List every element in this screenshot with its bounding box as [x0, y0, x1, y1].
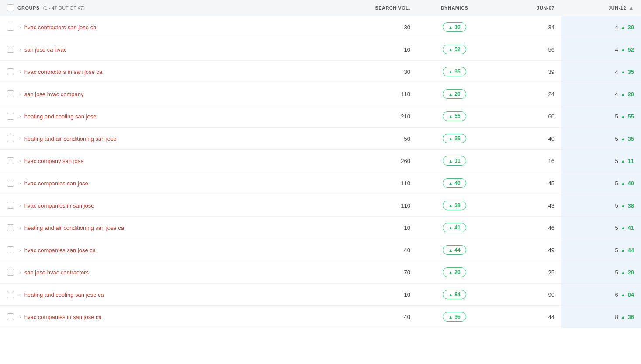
table-row: › heating and cooling san jose ca 10 ▲ 8…	[0, 284, 641, 306]
row-checkbox[interactable]	[7, 313, 14, 320]
row-checkbox[interactable]	[7, 113, 14, 120]
jun07-cell: 24	[492, 83, 561, 105]
expand-chevron[interactable]: ›	[19, 203, 21, 208]
search-vol-cell: 110	[347, 83, 417, 105]
jun07-cell: 90	[492, 284, 561, 306]
dynamics-badge: ▲ 40	[443, 178, 466, 188]
keyword-text[interactable]: san jose hvac company	[24, 91, 84, 97]
arrow-up-icon: ▲	[448, 25, 453, 30]
jun12-dynamic-value: 20	[628, 269, 634, 276]
search-vol-cell: 70	[347, 261, 417, 284]
expand-chevron[interactable]: ›	[19, 314, 21, 319]
table-header-row: GROUPS (1 - 47 OUT OF 47) SEARCH VOL. DY…	[0, 0, 641, 16]
main-table-container: GROUPS (1 - 47 OUT OF 47) SEARCH VOL. DY…	[0, 0, 641, 328]
row-checkbox[interactable]	[7, 24, 14, 31]
keyword-text[interactable]: heating and air conditioning san jose ca	[24, 225, 124, 231]
jun12-arrow-icon: ▲	[621, 69, 625, 74]
expand-chevron[interactable]: ›	[19, 69, 21, 74]
keyword-text[interactable]: san jose hvac contractors	[24, 269, 89, 276]
keyword-text[interactable]: heating and air conditioning san jose	[24, 135, 117, 142]
keyword-text[interactable]: heating and cooling san jose ca	[24, 291, 104, 298]
expand-chevron[interactable]: ›	[19, 158, 21, 163]
keyword-text[interactable]: hvac companies in san jose	[24, 202, 94, 209]
expand-chevron[interactable]: ›	[19, 136, 21, 141]
jun07-cell: 46	[492, 217, 561, 239]
table-row: › san jose ca hvac 10 ▲ 52 56 4 ▲ 52	[0, 38, 641, 61]
jun12-position: 5	[610, 135, 618, 142]
row-checkbox[interactable]	[7, 202, 14, 209]
jun12-dynamic-value: 52	[628, 46, 634, 53]
keyword-text[interactable]: hvac companies san jose ca	[24, 247, 96, 253]
dynamics-cell: ▲ 30	[417, 16, 492, 38]
expand-chevron[interactable]: ›	[19, 24, 21, 30]
row-checkbox[interactable]	[7, 157, 14, 164]
jun12-dynamic-value: 55	[628, 113, 634, 120]
dynamics-cell: ▲ 41	[417, 217, 492, 239]
jun07-column-header[interactable]: JUN-07	[492, 0, 561, 16]
select-all-checkbox[interactable]	[7, 4, 14, 11]
keyword-text[interactable]: hvac company san jose	[24, 158, 84, 164]
keyword-text[interactable]: hvac companies san jose	[24, 180, 88, 187]
jun12-column-header[interactable]: JUN-12 ▲	[561, 0, 641, 16]
searchvol-column-header[interactable]: SEARCH VOL.	[347, 0, 417, 16]
expand-chevron[interactable]: ›	[19, 270, 21, 275]
dynamics-value: 41	[454, 225, 460, 231]
dynamics-value: 36	[454, 314, 460, 320]
expand-chevron[interactable]: ›	[19, 114, 21, 119]
jun12-cell: 4 ▲ 52	[561, 38, 641, 61]
jun12-cell: 4 ▲ 35	[561, 61, 641, 83]
expand-chevron[interactable]: ›	[19, 292, 21, 297]
jun12-position: 5	[610, 158, 618, 164]
dynamics-value: 44	[454, 247, 460, 253]
jun12-position: 4	[610, 69, 618, 75]
dynamics-cell: ▲ 11	[417, 150, 492, 172]
keyword-text[interactable]: hvac companies in san jose ca	[24, 314, 102, 320]
table-row: › san jose hvac contractors 70 ▲ 20 25 5…	[0, 261, 641, 284]
jun12-dynamic-value: 35	[628, 135, 634, 142]
row-checkbox[interactable]	[7, 180, 14, 187]
jun12-cell: 5 ▲ 38	[561, 194, 641, 217]
keyword-text[interactable]: san jose ca hvac	[24, 46, 67, 53]
row-checkbox[interactable]	[7, 90, 14, 97]
dynamics-column-header[interactable]: DYNAMICS	[417, 0, 492, 16]
keyword-text[interactable]: hvac contractors in san jose ca	[24, 69, 102, 75]
jun12-cell: 5 ▲ 35	[561, 128, 641, 150]
expand-chevron[interactable]: ›	[19, 247, 21, 253]
dynamics-cell: ▲ 36	[417, 306, 492, 328]
groups-column-header: GROUPS (1 - 47 OUT OF 47)	[0, 0, 347, 16]
jun12-cell: 5 ▲ 41	[561, 217, 641, 239]
jun12-position: 5	[610, 269, 618, 276]
table-row: › heating and air conditioning san jose …	[0, 128, 641, 150]
jun12-dynamic-value: 36	[628, 314, 634, 320]
row-checkbox[interactable]	[7, 246, 14, 253]
expand-chevron[interactable]: ›	[19, 91, 21, 97]
dynamics-badge: ▲ 35	[443, 67, 466, 76]
expand-chevron[interactable]: ›	[19, 180, 21, 186]
jun07-cell: 56	[492, 38, 561, 61]
search-vol-cell: 10	[347, 284, 417, 306]
keyword-text[interactable]: hvac contractors san jose ca	[24, 24, 97, 31]
keyword-text[interactable]: heating and cooling san jose	[24, 113, 97, 120]
arrow-up-icon: ▲	[448, 225, 453, 230]
jun12-cell: 5 ▲ 44	[561, 239, 641, 261]
row-checkbox[interactable]	[7, 269, 14, 276]
jun12-arrow-icon: ▲	[621, 203, 625, 208]
jun12-position: 5	[610, 225, 618, 231]
row-checkbox[interactable]	[7, 291, 14, 298]
row-checkbox[interactable]	[7, 224, 14, 231]
search-vol-cell: 260	[347, 150, 417, 172]
table-row: › hvac company san jose 260 ▲ 11 16 5 ▲ …	[0, 150, 641, 172]
jun12-cell: 5 ▲ 11	[561, 150, 641, 172]
row-checkbox[interactable]	[7, 135, 14, 142]
jun12-arrow-icon: ▲	[621, 136, 625, 141]
table-row: › hvac companies in san jose 110 ▲ 38 43…	[0, 194, 641, 217]
row-checkbox[interactable]	[7, 46, 14, 53]
jun12-cell: 5 ▲ 20	[561, 261, 641, 284]
expand-chevron[interactable]: ›	[19, 225, 21, 230]
dynamics-value: 55	[454, 113, 460, 119]
row-checkbox[interactable]	[7, 68, 14, 75]
jun12-arrow-icon: ▲	[621, 248, 625, 253]
dynamics-value: 84	[454, 291, 460, 298]
expand-chevron[interactable]: ›	[19, 47, 21, 52]
jun12-dynamic-value: 84	[628, 291, 634, 298]
